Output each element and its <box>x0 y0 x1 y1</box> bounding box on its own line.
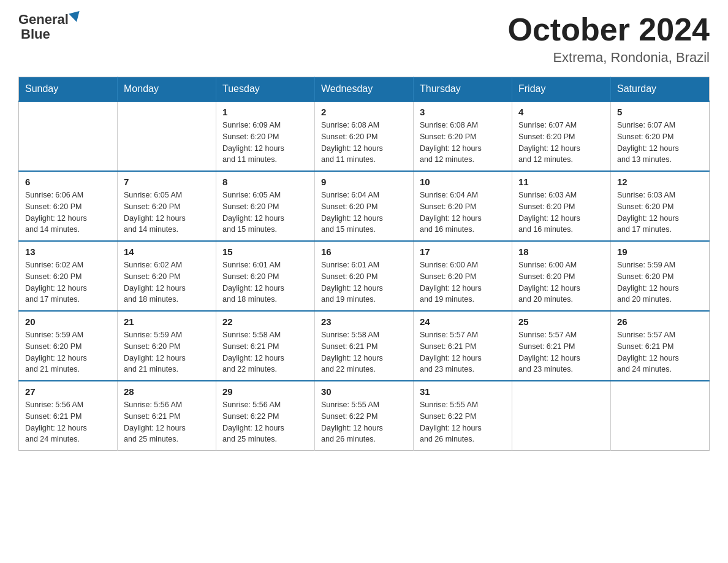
day-info: Sunrise: 6:03 AMSunset: 6:20 PMDaylight:… <box>518 190 604 236</box>
calendar-cell: 8Sunrise: 6:05 AMSunset: 6:20 PMDaylight… <box>216 171 315 241</box>
day-number: 1 <box>222 107 308 117</box>
calendar-cell: 30Sunrise: 5:55 AMSunset: 6:22 PMDayligh… <box>315 381 414 451</box>
day-number: 3 <box>420 107 506 117</box>
day-info: Sunrise: 6:02 AMSunset: 6:20 PMDaylight:… <box>25 259 111 305</box>
day-info: Sunrise: 6:07 AMSunset: 6:20 PMDaylight:… <box>518 120 604 166</box>
calendar-cell: 21Sunrise: 5:59 AMSunset: 6:20 PMDayligh… <box>118 311 216 381</box>
day-info: Sunrise: 5:57 AMSunset: 6:21 PMDaylight:… <box>420 329 506 375</box>
day-number: 12 <box>617 177 703 187</box>
day-number: 14 <box>124 247 210 257</box>
day-number: 5 <box>617 107 703 117</box>
day-number: 28 <box>124 386 210 397</box>
calendar-cell: 17Sunrise: 6:00 AMSunset: 6:20 PMDayligh… <box>414 241 512 311</box>
calendar-cell: 27Sunrise: 5:56 AMSunset: 6:21 PMDayligh… <box>19 381 118 451</box>
calendar-cell: 6Sunrise: 6:06 AMSunset: 6:20 PMDaylight… <box>19 171 118 241</box>
day-info: Sunrise: 6:04 AMSunset: 6:20 PMDaylight:… <box>321 190 407 236</box>
week-row-5: 27Sunrise: 5:56 AMSunset: 6:21 PMDayligh… <box>19 381 710 451</box>
calendar-cell: 7Sunrise: 6:05 AMSunset: 6:20 PMDaylight… <box>118 171 216 241</box>
day-info: Sunrise: 6:02 AMSunset: 6:20 PMDaylight:… <box>124 259 210 305</box>
day-info: Sunrise: 5:55 AMSunset: 6:22 PMDaylight:… <box>321 399 407 445</box>
calendar-cell: 16Sunrise: 6:01 AMSunset: 6:20 PMDayligh… <box>315 241 414 311</box>
day-number: 6 <box>25 177 111 187</box>
calendar-cell: 12Sunrise: 6:03 AMSunset: 6:20 PMDayligh… <box>611 171 710 241</box>
calendar-cell: 18Sunrise: 6:00 AMSunset: 6:20 PMDayligh… <box>512 241 611 311</box>
day-info: Sunrise: 5:59 AMSunset: 6:20 PMDaylight:… <box>617 259 703 305</box>
day-info: Sunrise: 5:58 AMSunset: 6:21 PMDaylight:… <box>321 329 407 375</box>
day-number: 31 <box>420 386 506 397</box>
day-number: 19 <box>617 247 703 257</box>
day-info: Sunrise: 6:03 AMSunset: 6:20 PMDaylight:… <box>617 190 703 236</box>
day-info: Sunrise: 5:57 AMSunset: 6:21 PMDaylight:… <box>617 329 703 375</box>
calendar-table: SundayMondayTuesdayWednesdayThursdayFrid… <box>18 77 710 451</box>
week-row-2: 6Sunrise: 6:06 AMSunset: 6:20 PMDaylight… <box>19 171 710 241</box>
calendar-cell: 15Sunrise: 6:01 AMSunset: 6:20 PMDayligh… <box>216 241 315 311</box>
day-number: 10 <box>420 177 506 187</box>
day-info: Sunrise: 5:56 AMSunset: 6:21 PMDaylight:… <box>25 399 111 445</box>
weekday-header-saturday: Saturday <box>611 77 710 102</box>
day-number: 15 <box>222 247 308 257</box>
calendar-cell: 25Sunrise: 5:57 AMSunset: 6:21 PMDayligh… <box>512 311 611 381</box>
calendar-cell: 19Sunrise: 5:59 AMSunset: 6:20 PMDayligh… <box>611 241 710 311</box>
day-info: Sunrise: 5:57 AMSunset: 6:21 PMDaylight:… <box>518 329 604 375</box>
day-number: 9 <box>321 177 407 187</box>
day-info: Sunrise: 5:58 AMSunset: 6:21 PMDaylight:… <box>222 329 308 375</box>
calendar-cell: 2Sunrise: 6:08 AMSunset: 6:20 PMDaylight… <box>315 101 414 171</box>
day-number: 20 <box>25 316 111 327</box>
weekday-header-row: SundayMondayTuesdayWednesdayThursdayFrid… <box>19 77 710 102</box>
day-info: Sunrise: 6:06 AMSunset: 6:20 PMDaylight:… <box>25 190 111 236</box>
day-number: 8 <box>222 177 308 187</box>
day-number: 25 <box>518 316 604 327</box>
day-info: Sunrise: 6:00 AMSunset: 6:20 PMDaylight:… <box>420 259 506 305</box>
day-info: Sunrise: 5:59 AMSunset: 6:20 PMDaylight:… <box>25 329 111 375</box>
weekday-header-friday: Friday <box>512 77 611 102</box>
month-title: October 2024 <box>508 12 710 47</box>
day-number: 13 <box>25 247 111 257</box>
page-header: General Blue October 2024 Extrema, Rondo… <box>18 12 710 66</box>
weekday-header-monday: Monday <box>118 77 216 102</box>
day-info: Sunrise: 6:09 AMSunset: 6:20 PMDaylight:… <box>222 120 308 166</box>
day-number: 17 <box>420 247 506 257</box>
day-info: Sunrise: 6:05 AMSunset: 6:20 PMDaylight:… <box>124 190 210 236</box>
calendar-cell: 20Sunrise: 5:59 AMSunset: 6:20 PMDayligh… <box>19 311 118 381</box>
weekday-header-tuesday: Tuesday <box>216 77 315 102</box>
day-info: Sunrise: 6:05 AMSunset: 6:20 PMDaylight:… <box>222 190 308 236</box>
weekday-header-thursday: Thursday <box>414 77 512 102</box>
calendar-cell: 31Sunrise: 5:55 AMSunset: 6:22 PMDayligh… <box>414 381 512 451</box>
day-number: 24 <box>420 316 506 327</box>
day-number: 23 <box>321 316 407 327</box>
calendar-cell: 14Sunrise: 6:02 AMSunset: 6:20 PMDayligh… <box>118 241 216 311</box>
day-info: Sunrise: 6:08 AMSunset: 6:20 PMDaylight:… <box>321 120 407 166</box>
day-info: Sunrise: 6:08 AMSunset: 6:20 PMDaylight:… <box>420 120 506 166</box>
calendar-cell: 13Sunrise: 6:02 AMSunset: 6:20 PMDayligh… <box>19 241 118 311</box>
day-number: 16 <box>321 247 407 257</box>
weekday-header-wednesday: Wednesday <box>315 77 414 102</box>
week-row-1: 1Sunrise: 6:09 AMSunset: 6:20 PMDaylight… <box>19 101 710 171</box>
day-info: Sunrise: 5:55 AMSunset: 6:22 PMDaylight:… <box>420 399 506 445</box>
day-info: Sunrise: 6:00 AMSunset: 6:20 PMDaylight:… <box>518 259 604 305</box>
calendar-cell <box>118 101 216 171</box>
logo-blue: Blue <box>21 27 50 42</box>
week-row-4: 20Sunrise: 5:59 AMSunset: 6:20 PMDayligh… <box>19 311 710 381</box>
calendar-cell <box>611 381 710 451</box>
logo-general: General <box>18 12 69 27</box>
day-number: 29 <box>222 386 308 397</box>
location-title: Extrema, Rondonia, Brazil <box>508 50 710 66</box>
day-number: 7 <box>124 177 210 187</box>
day-number: 26 <box>617 316 703 327</box>
day-info: Sunrise: 6:07 AMSunset: 6:20 PMDaylight:… <box>617 120 703 166</box>
day-info: Sunrise: 5:56 AMSunset: 6:22 PMDaylight:… <box>222 399 308 445</box>
calendar-cell: 11Sunrise: 6:03 AMSunset: 6:20 PMDayligh… <box>512 171 611 241</box>
calendar-cell: 5Sunrise: 6:07 AMSunset: 6:20 PMDaylight… <box>611 101 710 171</box>
day-number: 27 <box>25 386 111 397</box>
calendar-cell: 3Sunrise: 6:08 AMSunset: 6:20 PMDaylight… <box>414 101 512 171</box>
calendar-cell <box>19 101 118 171</box>
day-info: Sunrise: 5:59 AMSunset: 6:20 PMDaylight:… <box>124 329 210 375</box>
day-info: Sunrise: 6:04 AMSunset: 6:20 PMDaylight:… <box>420 190 506 236</box>
day-number: 18 <box>518 247 604 257</box>
calendar-cell: 4Sunrise: 6:07 AMSunset: 6:20 PMDaylight… <box>512 101 611 171</box>
day-number: 22 <box>222 316 308 327</box>
day-number: 11 <box>518 177 604 187</box>
calendar-cell: 9Sunrise: 6:04 AMSunset: 6:20 PMDaylight… <box>315 171 414 241</box>
weekday-header-sunday: Sunday <box>19 77 118 102</box>
calendar-cell: 26Sunrise: 5:57 AMSunset: 6:21 PMDayligh… <box>611 311 710 381</box>
